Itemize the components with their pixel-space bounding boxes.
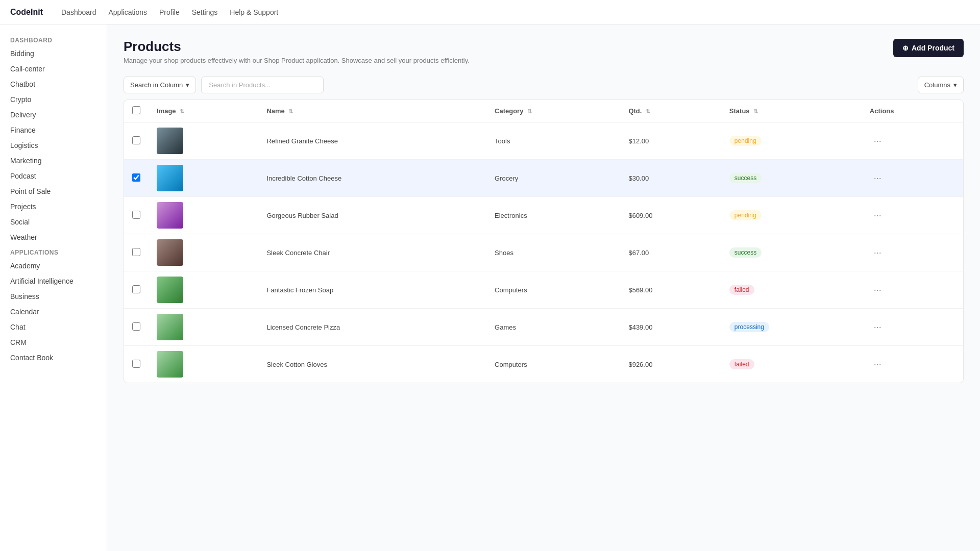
top-nav: CodeInit Dashboard Applications Profile … [0,0,980,24]
page-subtitle: Manage your shop products effectively wi… [124,57,470,64]
sidebar-item-business[interactable]: Business [0,289,107,304]
col-category[interactable]: Category ⇅ [486,100,620,122]
status-badge-0: pending [729,136,762,146]
product-qty-1: $30.00 [620,160,721,197]
sidebar-item-bidding[interactable]: Bidding [0,46,107,61]
row-checkbox-5[interactable] [132,322,140,331]
row-actions-button-2[interactable]: ··· [870,208,886,223]
nav-applications[interactable]: Applications [109,8,148,16]
nav-help[interactable]: Help & Support [230,8,278,16]
product-category-3: Shoes [486,234,620,271]
col-status[interactable]: Status ⇅ [721,100,862,122]
product-qty-3: $67.00 [620,234,721,271]
sidebar-item-crm[interactable]: CRM [0,335,107,350]
product-category-1: Grocery [486,160,620,197]
product-name-6: Sleek Cotton Gloves [258,346,486,383]
sidebar-item-chat[interactable]: Chat [0,319,107,335]
table-row: Incredible Cotton Cheese Grocery $30.00 … [124,160,963,197]
plus-circle-icon: ⊕ [902,44,909,52]
row-checkbox-6[interactable] [132,360,140,368]
product-name-4: Fantastic Frozen Soap [258,271,486,309]
sidebar-item-marketing[interactable]: Marketing [0,153,107,168]
row-checkbox-2[interactable] [132,211,140,219]
status-badge-1: success [729,173,762,183]
row-checkbox-3[interactable] [132,248,140,256]
product-name-3: Sleek Concrete Chair [258,234,486,271]
product-qty-4: $569.00 [620,271,721,309]
brand-logo: CodeInit [10,8,43,17]
row-actions-button-6[interactable]: ··· [870,357,886,372]
sidebar-item-calendar[interactable]: Calendar [0,304,107,319]
product-category-0: Tools [486,122,620,160]
sidebar-item-chatbot[interactable]: Chatbot [0,77,107,92]
product-category-6: Computers [486,346,620,383]
col-qty[interactable]: Qtd. ⇅ [620,100,721,122]
table-row: Gorgeous Rubber Salad Electronics $609.0… [124,197,963,234]
columns-button[interactable]: Columns ▾ [918,77,964,93]
main-content: Products Manage your shop products effec… [107,24,980,551]
table-row: Fantastic Frozen Soap Computers $569.00 … [124,271,963,309]
product-qty-2: $609.00 [620,197,721,234]
col-name[interactable]: Name ⇅ [258,100,486,122]
product-name-5: Licensed Concrete Pizza [258,309,486,346]
row-actions-button-4[interactable]: ··· [870,283,886,297]
sidebar-item-crypto[interactable]: Crypto [0,92,107,107]
sidebar: Dashboard Bidding Call-center Chatbot Cr… [0,24,107,551]
product-image-6 [157,351,183,378]
sidebar-item-delivery[interactable]: Delivery [0,107,107,122]
select-all-checkbox[interactable] [132,106,140,114]
sidebar-item-finance[interactable]: Finance [0,122,107,138]
chevron-down-icon: ▾ [953,81,957,89]
product-qty-5: $439.00 [620,309,721,346]
status-badge-6: failed [729,359,754,369]
row-actions-button-3[interactable]: ··· [870,245,886,260]
row-checkbox-0[interactable] [132,136,140,144]
product-qty-0: $12.00 [620,122,721,160]
sidebar-item-academy[interactable]: Academy [0,258,107,273]
sidebar-item-contact-book[interactable]: Contact Book [0,350,107,365]
table-row: Licensed Concrete Pizza Games $439.00 pr… [124,309,963,346]
toolbar: Search in Column ▾ Columns ▾ [124,77,964,93]
nav-dashboard[interactable]: Dashboard [61,8,96,16]
product-image-5 [157,314,183,340]
status-badge-2: pending [729,210,762,220]
sidebar-section-dashboard: Dashboard [0,33,107,46]
product-category-4: Computers [486,271,620,309]
products-table-container: Image ⇅ Name ⇅ Category ⇅ Qtd. ⇅ Status … [124,99,964,383]
table-row: Sleek Cotton Gloves Computers $926.00 fa… [124,346,963,383]
row-actions-button-1[interactable]: ··· [870,171,886,186]
product-image-2 [157,202,183,229]
sidebar-item-ai[interactable]: Artificial Intelligence [0,273,107,289]
table-row: Refined Granite Cheese Tools $12.00 pend… [124,122,963,160]
row-actions-button-5[interactable]: ··· [870,320,886,335]
row-actions-button-0[interactable]: ··· [870,134,886,148]
product-category-5: Games [486,309,620,346]
col-actions: Actions [862,100,963,122]
sidebar-item-logistics[interactable]: Logistics [0,138,107,153]
product-name-1: Incredible Cotton Cheese [258,160,486,197]
sidebar-item-weather[interactable]: Weather [0,230,107,245]
sidebar-item-podcast[interactable]: Podcast [0,168,107,184]
add-product-button[interactable]: ⊕ Add Product [893,39,964,57]
product-image-4 [157,277,183,303]
status-badge-5: processing [729,322,769,332]
search-input[interactable] [201,77,324,93]
sidebar-item-social[interactable]: Social [0,214,107,230]
page-header: Products Manage your shop products effec… [124,39,964,64]
search-in-column-button[interactable]: Search in Column ▾ [124,77,196,93]
sidebar-item-projects[interactable]: Projects [0,199,107,214]
product-name-2: Gorgeous Rubber Salad [258,197,486,234]
sidebar-section-applications: Applications [0,245,107,258]
nav-profile[interactable]: Profile [159,8,180,16]
sidebar-item-call-center[interactable]: Call-center [0,61,107,77]
col-image: Image ⇅ [149,100,258,122]
status-badge-4: failed [729,285,754,295]
toolbar-left: Search in Column ▾ [124,77,324,93]
nav-settings[interactable]: Settings [192,8,218,16]
products-table: Image ⇅ Name ⇅ Category ⇅ Qtd. ⇅ Status … [124,100,963,383]
product-qty-6: $926.00 [620,346,721,383]
page-title: Products [124,39,470,55]
row-checkbox-1[interactable] [132,173,140,182]
sidebar-item-pos[interactable]: Point of Sale [0,184,107,199]
row-checkbox-4[interactable] [132,285,140,293]
